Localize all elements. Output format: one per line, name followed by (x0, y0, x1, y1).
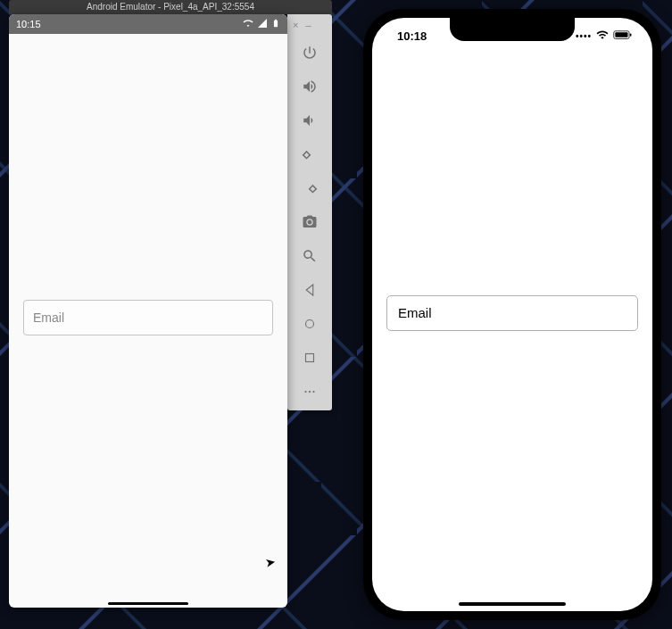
mouse-cursor: ➤ (264, 554, 278, 570)
rotate-right-icon[interactable] (293, 171, 327, 205)
emulator-close-button[interactable]: × (293, 20, 298, 30)
overview-icon[interactable] (293, 341, 327, 375)
back-icon[interactable] (293, 273, 327, 307)
svg-point-0 (306, 320, 314, 328)
battery-icon (271, 18, 280, 30)
email-placeholder: Email (33, 310, 64, 325)
ios-notch (450, 18, 575, 41)
email-field[interactable]: Email (386, 295, 638, 331)
svg-point-2 (304, 391, 306, 393)
signal-icon (257, 18, 268, 30)
emulator-toolbar: × – (287, 14, 332, 410)
email-placeholder: Email (398, 305, 432, 320)
power-icon[interactable] (293, 36, 327, 70)
svg-point-4 (312, 391, 314, 393)
camera-icon[interactable] (293, 205, 327, 239)
volume-up-icon[interactable] (293, 70, 327, 103)
android-window-title: Android Emulator - Pixel_4a_API_32:5554 (9, 0, 332, 14)
svg-rect-1 (306, 354, 314, 362)
android-app-screen: Email (9, 34, 287, 608)
ios-screen: 10:18 •••• Email (372, 18, 652, 611)
android-status-bar: 10:15 (9, 14, 287, 34)
android-emulator-window: Android Emulator - Pixel_4a_API_32:5554 … (9, 0, 332, 608)
android-status-time: 10:15 (16, 19, 41, 29)
svg-point-3 (309, 391, 311, 393)
ios-app-screen: Email (372, 18, 652, 611)
wifi-icon (243, 18, 253, 30)
zoom-icon[interactable] (293, 239, 327, 273)
ios-home-indicator[interactable] (459, 602, 566, 606)
more-icon[interactable] (293, 375, 327, 409)
volume-down-icon[interactable] (293, 103, 327, 137)
android-device-frame: 10:15 Email (9, 14, 287, 608)
ios-simulator-frame: 10:18 •••• Email (363, 9, 661, 620)
emulator-minimize-button[interactable]: – (305, 20, 311, 30)
home-icon[interactable] (293, 307, 327, 341)
email-field[interactable]: Email (23, 300, 273, 335)
android-nav-handle[interactable] (108, 602, 188, 605)
rotate-left-icon[interactable] (293, 137, 327, 171)
